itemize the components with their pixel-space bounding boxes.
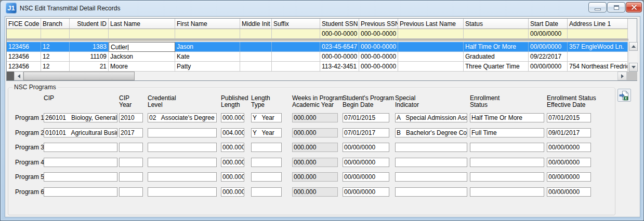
cell[interactable] — [398, 42, 464, 52]
column-header-suffix[interactable]: Suffix — [272, 19, 320, 29]
column-header-student-ssn[interactable]: Student SSN — [320, 19, 359, 29]
cell[interactable] — [272, 62, 320, 72]
app-icon[interactable]: J1 — [6, 3, 17, 13]
cell[interactable]: 754 Northeast Fredrick — [568, 62, 628, 72]
special-indicator-field[interactable] — [395, 158, 467, 167]
cip-field[interactable] — [44, 172, 117, 182]
horizontal-scrollbar[interactable] — [7, 72, 637, 80]
column-header-start-date[interactable]: Start Date — [529, 19, 568, 29]
cell[interactable]: Jason — [175, 42, 240, 52]
enrollment-status-field[interactable]: Half Time Or More — [470, 113, 544, 122]
cell[interactable]: 09/22/2017 — [529, 52, 568, 62]
enrollment-effective-date-field[interactable]: 00/00/0000 — [547, 158, 591, 167]
program-begin-date-field[interactable]: 00/00/0000 — [343, 187, 389, 197]
length-type-field[interactable] — [251, 172, 282, 182]
special-indicator-field[interactable] — [395, 172, 467, 182]
cell[interactable] — [240, 62, 272, 72]
cell[interactable]: Kate — [175, 52, 240, 62]
cip-year-field[interactable]: 2017 — [119, 128, 143, 137]
credential-level-field[interactable] — [148, 158, 217, 167]
filter-cell[interactable] — [175, 29, 240, 39]
filter-cell[interactable] — [240, 29, 272, 39]
column-header-last-name[interactable]: Last Name — [109, 19, 175, 29]
scrollbar-track[interactable] — [135, 72, 617, 80]
published-length-field[interactable]: 000.000 — [221, 143, 244, 152]
cell[interactable]: 123456 — [7, 42, 41, 52]
column-header-previous-ssn[interactable]: Previous SSN — [359, 19, 398, 29]
cell[interactable]: 12 — [41, 52, 70, 62]
filter-cell[interactable]: 00/00/0000 — [529, 29, 568, 39]
titlebar[interactable]: J1 NSC Edit Transmittal Detail Records — [1, 1, 643, 16]
credential-level-field[interactable]: 02 Associate's Degree — [148, 113, 217, 122]
filter-cell[interactable] — [272, 29, 320, 39]
program-begin-date-field[interactable]: 00/00/0000 — [343, 143, 389, 152]
cell[interactable]: 357 EngleWood Ln. — [568, 42, 628, 52]
close-button[interactable] — [626, 2, 642, 12]
published-length-field[interactable]: 004.000 — [221, 128, 244, 137]
cell[interactable]: 12 — [41, 62, 70, 72]
cell[interactable]: 123456 — [7, 52, 41, 62]
cell[interactable]: Moore — [109, 62, 175, 72]
cell[interactable]: 00/00/0000 — [529, 42, 568, 52]
cell[interactable]: 1383 — [70, 42, 109, 52]
cell[interactable] — [568, 52, 628, 62]
scroll-right-button[interactable] — [617, 72, 627, 80]
cell[interactable] — [398, 52, 464, 62]
cell[interactable] — [272, 52, 320, 62]
grid-row[interactable]: 123456 12 21 Moore Patty 113-42-3451 000… — [7, 62, 628, 72]
length-type-field[interactable] — [251, 143, 282, 152]
grid-filter-row[interactable]: 000-00-0000 000-00-0000 00/00/0000 — [7, 29, 628, 39]
grid-row-selected[interactable]: 123456 12 1383 Cutler Jason 023-45-6547 … — [7, 42, 628, 52]
credential-level-field[interactable] — [148, 128, 217, 137]
restore-button[interactable] — [607, 2, 625, 12]
credential-level-field[interactable] — [148, 172, 217, 182]
enrollment-status-field[interactable] — [470, 187, 544, 197]
cell[interactable]: 000-00-0000 — [359, 62, 398, 72]
program-begin-date-field[interactable]: 07/01/2015 — [343, 113, 389, 122]
cip-year-field[interactable]: 2010 — [119, 113, 143, 122]
enrollment-effective-date-field[interactable]: 00/00/0000 — [547, 143, 591, 152]
enrollment-effective-date-field[interactable]: 09/01/2017 — [547, 128, 591, 137]
cell[interactable] — [398, 62, 464, 72]
length-type-field[interactable]: Y Year — [251, 128, 282, 137]
cell[interactable]: Graduated — [464, 52, 529, 62]
cell[interactable]: 113-42-3451 — [320, 62, 359, 72]
cell[interactable] — [240, 42, 272, 52]
cell[interactable]: 023-45-6547 — [320, 42, 359, 52]
cip-year-field[interactable] — [119, 187, 143, 197]
cip-field[interactable]: 260101 Biology, General — [44, 113, 117, 122]
cell[interactable]: 12 — [41, 42, 70, 52]
enrollment-status-field[interactable] — [470, 158, 544, 167]
filter-cell[interactable] — [70, 29, 109, 39]
published-length-field[interactable]: 000.000 — [221, 113, 244, 122]
cell[interactable]: Jackson — [109, 52, 175, 62]
column-header-middle-init[interactable]: Middle Init — [240, 19, 272, 29]
cell[interactable]: Patty — [175, 62, 240, 72]
filter-cell[interactable] — [41, 29, 70, 39]
cell[interactable]: 123456 — [7, 62, 41, 72]
filter-cell[interactable] — [109, 29, 175, 39]
cell[interactable]: Three Quarter Time — [464, 62, 529, 72]
cell[interactable]: 00/00/0000 — [529, 62, 568, 72]
cell[interactable] — [272, 42, 320, 52]
filter-cell[interactable]: 000-00-0000 — [359, 29, 398, 39]
program-begin-date-field[interactable]: 00/00/0000 — [343, 172, 389, 182]
filter-cell[interactable]: 000-00-0000 — [320, 29, 359, 39]
enrollment-effective-date-field[interactable]: 00/00/0000 — [547, 187, 591, 197]
cip-year-field[interactable] — [119, 143, 143, 152]
cip-field[interactable] — [44, 187, 117, 197]
length-type-field[interactable]: Y Year — [251, 113, 282, 122]
scroll-up-button[interactable] — [629, 42, 638, 51]
column-header-fice-code[interactable]: FICE Code — [7, 19, 41, 29]
cell[interactable]: 000-00-0000 — [320, 52, 359, 62]
filter-cell[interactable] — [398, 29, 464, 39]
column-header-branch[interactable]: Branch — [41, 19, 70, 29]
special-indicator-field[interactable] — [395, 143, 467, 152]
column-header-address-line-1[interactable]: Address Line 1 — [568, 19, 628, 29]
filter-cell[interactable] — [464, 29, 529, 39]
export-to-excel-button[interactable]: X — [617, 89, 631, 102]
program-begin-date-field[interactable]: 07/01/2017 — [343, 128, 389, 137]
cip-field[interactable] — [44, 143, 117, 152]
program-begin-date-field[interactable]: 00/00/0000 — [343, 158, 389, 167]
column-header-first-name[interactable]: First Name — [175, 19, 240, 29]
